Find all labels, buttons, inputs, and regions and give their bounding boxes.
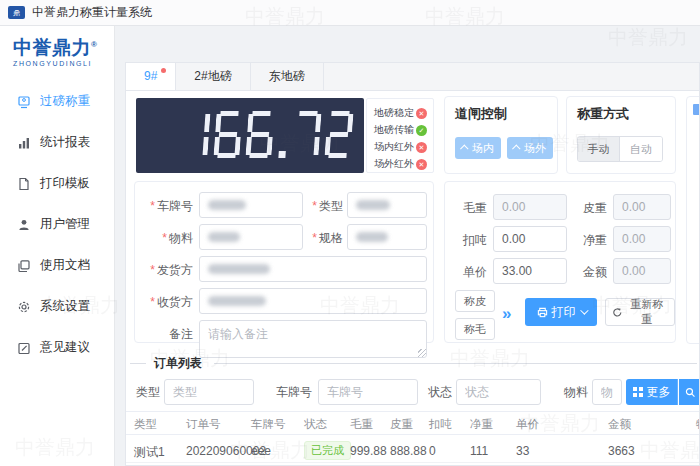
type-input[interactable]	[347, 192, 427, 218]
filter-label: 车牌号	[276, 384, 312, 401]
sidebar-item-label: 使用文档	[40, 257, 90, 274]
field-label: *类型	[285, 198, 343, 215]
tab-label: 9#	[144, 69, 157, 83]
sidebar-item-weighing[interactable]: 过磅称重	[0, 81, 114, 122]
table-row[interactable]: 测试1202209060002eee已完成999.88888.880111333…	[126, 437, 700, 463]
table-cell: 111	[470, 444, 488, 458]
search-button[interactable]: 搜索	[679, 379, 700, 405]
sidebar-item-label: 意见建议	[40, 339, 90, 356]
field-label: *车牌号	[135, 198, 193, 215]
gate-inside-button[interactable]: 场内	[455, 137, 501, 159]
weights-card: 毛重 皮重 扣吨 净重 单价 金额 称皮 称毛 » 打印	[444, 181, 676, 343]
field-label: 扣吨	[453, 232, 487, 249]
overflow-panel	[686, 96, 700, 344]
card-title: 称重方式	[577, 105, 629, 123]
field-label: *发货方	[135, 262, 193, 279]
field-label: *收货方	[135, 294, 193, 311]
sidebar-item-label: 用户管理	[40, 216, 90, 233]
filter-label: 物料	[564, 384, 588, 401]
bar-chart-icon	[17, 136, 31, 150]
weighbridge-icon	[17, 95, 31, 109]
shipper-input[interactable]	[199, 256, 427, 282]
blurred-value	[208, 232, 240, 242]
required-asterisk: *	[312, 231, 317, 245]
required-asterisk: *	[150, 199, 155, 213]
orders-section-divider: 订单列表	[126, 356, 700, 370]
sidebar-item-reports[interactable]: 统计报表	[0, 122, 114, 163]
orders-section-title: 订单列表	[154, 355, 202, 372]
filter-label: 状态	[428, 384, 452, 401]
mode-manual-button[interactable]: 手动	[578, 137, 620, 161]
app-title: 中誉鼎力称重计量系统	[32, 4, 152, 21]
sidebar-item-settings[interactable]: 系统设置	[0, 286, 114, 327]
tare-weight-input	[613, 194, 671, 220]
feedback-icon	[17, 341, 31, 355]
field-label: *物料	[135, 230, 193, 247]
spec-input[interactable]	[347, 224, 427, 250]
field-label: 备注	[135, 326, 193, 343]
remark-textarea[interactable]	[199, 320, 427, 358]
table-cell: 999.88	[350, 444, 387, 458]
overflow-panel-link[interactable]	[693, 104, 700, 115]
titlebar: 鼎 中誉鼎力称重计量系统	[0, 0, 700, 26]
blurred-value	[208, 296, 266, 306]
indicator-row: 地磅传输✓	[374, 123, 427, 137]
tab-scale-9[interactable]: 9#	[126, 63, 176, 90]
more-button[interactable]: 更多	[626, 379, 678, 405]
column-header: 毛重	[350, 417, 373, 432]
column-header: 单价	[516, 417, 539, 432]
filter-type-input[interactable]	[164, 379, 254, 405]
filter-plate-input[interactable]	[318, 379, 418, 405]
sidebar-item-feedback[interactable]: 意见建议	[0, 327, 114, 368]
table-cell: 测试1	[134, 444, 165, 461]
sidebar-item-users[interactable]: 用户管理	[0, 204, 114, 245]
amount-input	[613, 258, 671, 284]
print-button[interactable]: 打印	[525, 298, 597, 326]
card-title: 道闸控制	[455, 105, 507, 123]
error-circle-icon: ✕	[416, 142, 427, 153]
print-template-icon	[17, 177, 31, 191]
divider-line	[130, 363, 146, 364]
sidebar-item-print-templates[interactable]: 打印模板	[0, 163, 114, 204]
seven-segment-digit	[213, 111, 242, 158]
column-header: 扣吨	[429, 417, 452, 432]
error-circle-icon: ✕	[416, 108, 427, 119]
gate-outside-button[interactable]: 场外	[507, 137, 553, 159]
deduct-input[interactable]	[493, 226, 567, 252]
main-area: 9# 2#地磅 东地磅 地磅稳定✕ 地磅传输✓ 场内红外✕ 场外红外✕ 道闸控制	[115, 26, 700, 466]
seven-segment-digit	[245, 111, 274, 158]
vehicle-form-card: *车牌号 *类型 *物料 *规格 *发货方 *收货方 备注	[134, 181, 434, 343]
divider-line	[214, 363, 697, 364]
mode-auto-button[interactable]: 自动	[620, 137, 662, 161]
chevron-down-icon	[580, 306, 588, 314]
receiver-input[interactable]	[199, 288, 427, 314]
sidebar-item-label: 打印模板	[40, 175, 90, 192]
double-chevron-icon: »	[502, 304, 511, 324]
scale-display-digits	[181, 111, 353, 158]
reweigh-button[interactable]: 重新称重	[605, 298, 675, 326]
tab-scale-2[interactable]: 2#地磅	[176, 63, 250, 90]
seven-segment-digit	[181, 111, 210, 158]
sidebar: 中誉鼎力® ZHONGYUDINGLI 过磅称重 统计报表 打印模板 用户管理	[0, 26, 115, 466]
required-asterisk: *	[150, 295, 155, 309]
orders-table-header: 类型订单号车牌号状态毛重皮重扣吨净重单价金额物料	[126, 411, 700, 435]
weigh-gross-button[interactable]: 称毛	[455, 318, 495, 340]
filter-status-input[interactable]	[456, 379, 541, 405]
tab-scale-east[interactable]: 东地磅	[251, 63, 324, 90]
field-label: 净重	[573, 232, 607, 249]
chevron-up-icon	[512, 144, 520, 152]
sidebar-item-docs[interactable]: 使用文档	[0, 245, 114, 286]
grid-icon	[633, 387, 643, 397]
required-asterisk: *	[162, 231, 167, 245]
weigh-mode-toggle: 手动 自动	[577, 136, 663, 162]
weigh-tare-button[interactable]: 称皮	[455, 290, 495, 312]
column-header: 金额	[608, 417, 631, 432]
indicator-row: 地磅稳定✕	[374, 106, 427, 120]
unit-price-input[interactable]	[493, 258, 567, 284]
seven-segment-digit	[324, 111, 353, 158]
column-header: 类型	[134, 417, 157, 432]
filter-material-input[interactable]	[592, 379, 622, 405]
field-label: 皮重	[573, 200, 607, 217]
table-cell: 3663	[608, 444, 635, 458]
registered-mark-icon: ®	[91, 40, 97, 49]
